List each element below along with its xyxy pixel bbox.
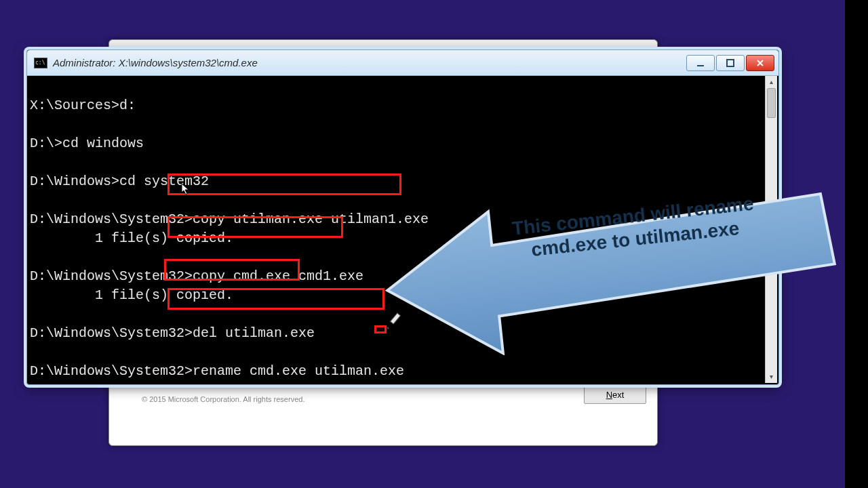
terminal-line (28, 306, 30, 322)
terminal-line: D:\Windows\System32>copy cmd.exe cmd1.ex… (28, 268, 363, 284)
terminal-line: D:\>cd windows (28, 136, 144, 151)
terminal-line (28, 249, 30, 265)
minimize-button[interactable] (686, 55, 715, 71)
minimize-icon (696, 59, 705, 67)
setup-dialog-footer: © 2015 Microsoft Corporation. All rights… (109, 384, 657, 445)
terminal-line: D:\Windows\System32>rename cmd.exe utilm… (28, 363, 404, 379)
scrollbar-thumb[interactable] (767, 88, 776, 118)
terminal-line: 1 file(s) copied. (28, 230, 233, 246)
cmd-icon (34, 58, 47, 68)
terminal-line: 1 file(s) copied. (28, 287, 233, 303)
close-button[interactable] (746, 55, 774, 71)
letterbox (845, 0, 868, 488)
terminal-line: X:\Sources>d: (28, 98, 136, 113)
scroll-down-arrow-icon[interactable]: ▾ (766, 371, 777, 383)
terminal-line: D:\Windows>cd system32 (28, 174, 209, 189)
terminal-line (28, 155, 30, 170)
terminal-line: D:\Windows\System32>copy utilman.exe uti… (28, 211, 429, 227)
titlebar[interactable]: Administrator: X:\windows\system32\cmd.e… (27, 50, 778, 76)
terminal-line (28, 382, 30, 383)
vertical-scrollbar[interactable]: ▴ ▾ (765, 76, 777, 383)
cmd-window: Administrator: X:\windows\system32\cmd.e… (26, 49, 779, 385)
maximize-icon (726, 59, 734, 67)
next-button-label: ext (612, 390, 624, 400)
maximize-button[interactable] (716, 55, 745, 71)
svg-rect-1 (727, 60, 734, 66)
close-icon (756, 59, 764, 67)
window-controls (686, 55, 774, 71)
terminal-line: D:\Windows\System32>del utilman.exe (28, 325, 315, 341)
next-button[interactable]: Next (584, 386, 646, 404)
terminal-line (28, 117, 30, 132)
window-title: Administrator: X:\windows\system32\cmd.e… (53, 57, 686, 68)
copyright-text: © 2015 Microsoft Corporation. All rights… (142, 395, 304, 403)
terminal-line (28, 192, 30, 208)
terminal-output[interactable]: X:\Sources>d: D:\>cd windows D:\Windows>… (28, 76, 766, 383)
scroll-up-arrow-icon[interactable]: ▴ (766, 76, 777, 88)
svg-rect-0 (697, 65, 704, 66)
terminal-line (28, 344, 30, 360)
